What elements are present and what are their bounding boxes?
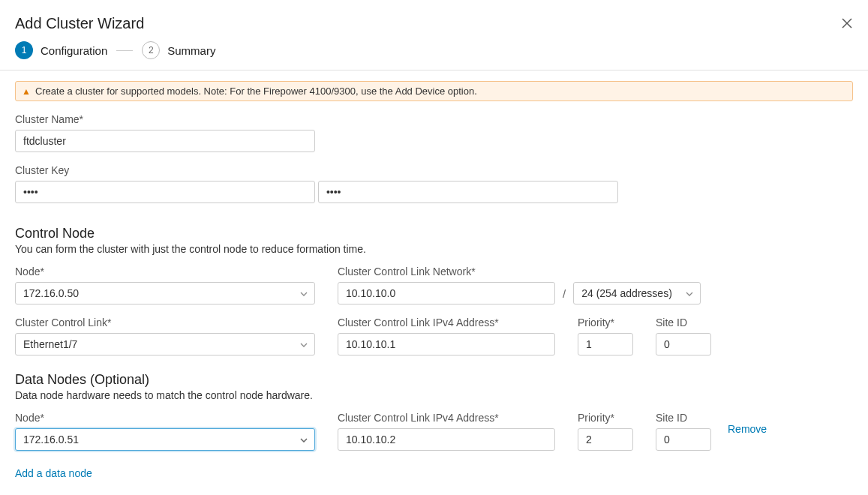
priority-input[interactable]: [578, 333, 633, 356]
priority-label: Priority*: [578, 316, 633, 328]
cluster-key-input-1[interactable]: [15, 181, 315, 203]
siteid-input[interactable]: [656, 333, 711, 356]
data-node-value[interactable]: [15, 428, 315, 451]
step-1-circle: 1: [15, 41, 33, 59]
ccl-link-select[interactable]: [15, 333, 315, 356]
info-alert: ▲ Create a cluster for supported models.…: [15, 81, 853, 101]
data-priority-input[interactable]: [578, 428, 633, 451]
data-nodes-desc: Data node hardware needs to match the co…: [15, 389, 853, 401]
data-node-select[interactable]: [15, 428, 315, 451]
data-ccl-ipv4-input[interactable]: [338, 428, 555, 451]
warning-icon: ▲: [22, 86, 31, 97]
cluster-name-input[interactable]: [15, 130, 315, 152]
ccl-network-input[interactable]: [338, 282, 555, 304]
subnet-select[interactable]: [573, 282, 701, 304]
slash-separator: /: [563, 287, 566, 300]
cluster-key-label: Cluster Key: [15, 164, 853, 176]
ccl-ipv4-input[interactable]: [338, 333, 555, 356]
cluster-name-label: Cluster Name*: [15, 113, 853, 125]
step-summary[interactable]: 2 Summary: [142, 41, 215, 59]
step-1-label: Configuration: [41, 44, 107, 57]
wizard-title: Add Cluster Wizard: [15, 15, 144, 32]
close-button[interactable]: [841, 16, 853, 32]
ccl-network-label: Cluster Control Link Network*: [338, 266, 701, 278]
step-divider: [116, 50, 133, 51]
data-node-label: Node*: [15, 412, 315, 424]
data-siteid-input[interactable]: [656, 428, 711, 451]
control-node-select[interactable]: [15, 282, 315, 304]
ccl-ipv4-label: Cluster Control Link IPv4 Address*: [338, 316, 555, 328]
control-node-value[interactable]: [15, 282, 315, 304]
data-siteid-label: Site ID: [656, 412, 711, 424]
remove-data-node-link[interactable]: Remove: [728, 423, 767, 435]
add-data-node-link[interactable]: Add a data node: [15, 467, 92, 479]
close-icon: [841, 17, 853, 29]
control-node-title: Control Node: [15, 226, 853, 242]
step-configuration[interactable]: 1 Configuration: [15, 41, 107, 59]
data-priority-label: Priority*: [578, 412, 633, 424]
siteid-label: Site ID: [656, 316, 711, 328]
ccl-link-label: Cluster Control Link*: [15, 316, 315, 328]
control-node-label: Node*: [15, 266, 315, 278]
cluster-key-input-2[interactable]: [318, 181, 618, 203]
alert-text: Create a cluster for supported models. N…: [35, 86, 477, 97]
data-nodes-title: Data Nodes (Optional): [15, 372, 853, 388]
step-2-label: Summary: [167, 44, 215, 57]
data-ccl-ipv4-label: Cluster Control Link IPv4 Address*: [338, 412, 555, 424]
stepper: 1 Configuration 2 Summary: [0, 32, 868, 70]
ccl-link-value[interactable]: [15, 333, 315, 356]
step-2-circle: 2: [142, 41, 160, 59]
control-node-desc: You can form the cluster with just the c…: [15, 243, 853, 255]
subnet-value[interactable]: [573, 282, 701, 304]
